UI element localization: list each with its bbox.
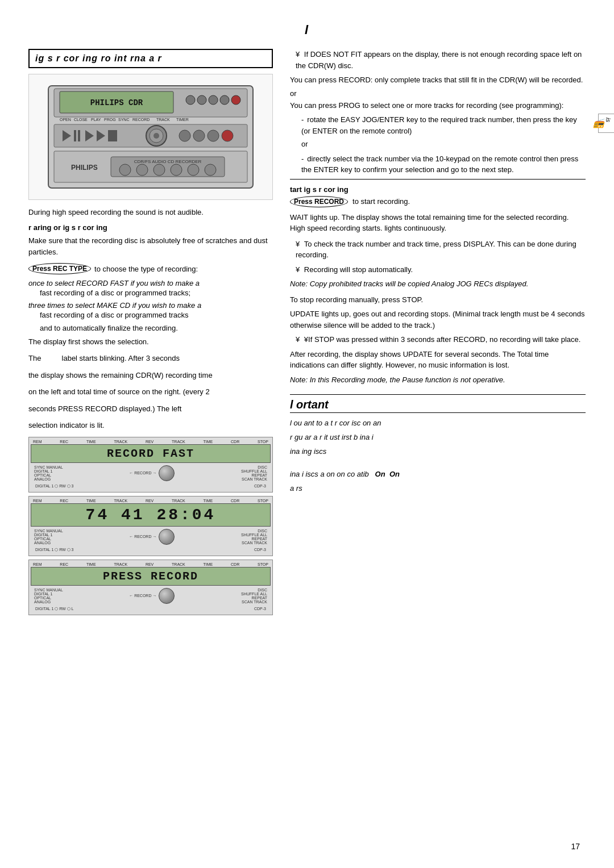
display-screen-1: RECORD FAST	[31, 444, 271, 463]
display-remaining: the display shows the remaining CDR(W) r…	[28, 370, 273, 381]
svg-point-27	[179, 130, 190, 141]
svg-point-7	[220, 95, 229, 105]
bullet-does-not-fit: If DOES NOT FIT appears on the display, …	[290, 49, 586, 71]
important-line4: ina i iscs a on on co atib On On	[290, 469, 586, 481]
section-header-title: ig s r cor ing ro int rna a r	[35, 53, 162, 63]
seconds-text: seconds PRESS RECORD displayed.) The lef…	[28, 403, 273, 415]
dash-item-2: directly select the track number via the…	[290, 153, 586, 176]
display-screen-3: PRESS RECORD	[31, 567, 271, 586]
during-text: During high speed recording the sound is…	[28, 208, 273, 216]
svg-text:PHILIPS: PHILIPS	[71, 164, 98, 172]
display-first: The display first shows the selection.	[28, 336, 273, 348]
note-copy-prohibited: Note: Copy prohibited tracks will be cop…	[290, 278, 586, 290]
svg-text:PHILIPS CDR: PHILIPS CDR	[90, 98, 143, 107]
important-line1: l ou ant to a t r cor isc on an	[290, 418, 586, 429]
svg-text:TRACK: TRACK	[156, 118, 170, 122]
svg-point-26	[154, 133, 159, 139]
rec-knob-2[interactable]	[159, 529, 175, 545]
svg-text:TIMER: TIMER	[176, 118, 189, 122]
svg-text:SYNC: SYNC	[118, 118, 129, 122]
three-text: three times to select MAKE CD if you wis…	[28, 301, 273, 310]
svg-point-39	[188, 164, 199, 176]
divider-1	[290, 179, 586, 180]
you-can-press-record: You can press RECORD: only complete trac…	[290, 74, 586, 86]
svg-point-4	[186, 95, 195, 105]
svg-point-37	[154, 164, 165, 176]
selection-text: selection indicator is lit.	[28, 420, 273, 431]
side-tab: is 📻	[598, 114, 614, 133]
after-recording: After recording, the display shows UPDAT…	[290, 349, 586, 371]
svg-point-38	[171, 164, 182, 176]
update-text: UPDATE lights up, goes out and recording…	[290, 308, 586, 331]
or-text-2: or	[290, 139, 586, 150]
display-time: REMRECTIMETRACKREVTRACKTIMECDRSTOP 74 41…	[28, 496, 273, 556]
svg-point-6	[209, 95, 218, 105]
svg-rect-23	[108, 130, 117, 141]
the-label-text: The label starts blinking. After 3 secon…	[28, 353, 273, 364]
note-pause: Note: In this Recording mode, the Pause …	[290, 374, 586, 386]
svg-point-28	[193, 130, 205, 141]
svg-text:CLOSE: CLOSE	[74, 118, 88, 122]
fast-text1: fast recording of a disc or programmed t…	[40, 287, 273, 299]
svg-rect-19	[74, 130, 76, 141]
bullet-check-track: To check the track number and track time…	[290, 239, 586, 261]
svg-point-35	[119, 164, 131, 176]
main-content: ig s r cor ing ro int rna a r PHILIPS CD…	[28, 49, 586, 619]
and-text: and to automatically finalize the record…	[40, 323, 273, 334]
record-oval-button[interactable]: Press RECORD	[290, 196, 348, 207]
svg-point-29	[208, 130, 219, 141]
page-number: 17	[571, 842, 580, 851]
dash-item-1: rotate the EASY JOG/ENTER key to the req…	[290, 114, 586, 136]
important-line5: a rs	[290, 483, 586, 495]
bullet-stop-auto: Recording will stop automatically.	[290, 264, 586, 276]
page-container: is 📻 l ig s r cor ing ro int rna a r	[0, 0, 614, 868]
you-can-prog: You can press PROG to select one or more…	[290, 100, 586, 111]
rec-knob-1[interactable]	[159, 465, 175, 481]
rectype-button[interactable]: Press REC TYPE	[28, 263, 91, 274]
svg-point-8	[231, 95, 240, 105]
important-line3: ina ing iscs	[290, 446, 586, 458]
svg-text:PLAY: PLAY	[91, 118, 101, 122]
svg-text:OPEN: OPEN	[60, 118, 71, 122]
left-column: ig s r cor ing ro int rna a r PHILIPS CD…	[28, 49, 273, 619]
important-heading: l ortant	[290, 398, 586, 413]
side-tab-icon: 📻	[594, 118, 604, 129]
display-record-fast: REMRECTIMETRACKREVTRACKTIMECDRSTOP RECOR…	[28, 437, 273, 493]
start-recording-line: Press RECORD to start recording.	[290, 196, 586, 207]
important-line2: r gu ar a r it ust irst b ina i	[290, 432, 586, 444]
fast-text2: fast recording of a disc or programmed t…	[40, 310, 273, 321]
right-column: If DOES NOT FIT appears on the display, …	[290, 49, 586, 619]
side-tab-text: is	[605, 118, 612, 122]
preparing-text: Make sure that the recording disc is abs…	[28, 235, 273, 257]
display-screen-2: 74 41 28:04	[31, 503, 271, 527]
press-rectype-line: Press REC TYPE to choose the type of rec…	[28, 263, 273, 274]
important-section: l ortant l ou ant to a t r cor isc on an…	[290, 394, 586, 495]
svg-text:PROG: PROG	[104, 118, 116, 122]
rec-knob-3[interactable]	[159, 588, 175, 604]
once-text: once to select RECORD FAST if you wish t…	[28, 279, 273, 287]
preparing-heading: r aring or ig s r cor ing	[28, 223, 273, 232]
divider-2	[290, 394, 586, 395]
svg-point-36	[136, 164, 148, 176]
display-press-record: REMRECTIMETRACKREVTRACKTIMECDRSTOP PRESS…	[28, 560, 273, 615]
wait-text: WAIT lights up. The display shows the to…	[290, 212, 586, 234]
start-heading: tart ig s r cor ing	[290, 185, 586, 194]
svg-point-30	[222, 130, 233, 141]
bullet-if-stop: ¥If STOP was pressed within 3 seconds af…	[290, 334, 586, 345]
on-left-text: on the left and total time of source on …	[28, 386, 273, 398]
svg-text:RECORD: RECORD	[132, 118, 150, 122]
stop-manually: To stop recording manually, press STOP.	[290, 294, 586, 306]
or-text-1: or	[290, 89, 586, 98]
recorder-svg: PHILIPS CDR OPEN CLOSE PLAY PROG SYNC RE…	[43, 80, 259, 194]
svg-point-5	[197, 95, 206, 105]
device-illustration: PHILIPS CDR OPEN CLOSE PLAY PROG SYNC RE…	[28, 74, 273, 200]
page-title: l	[28, 23, 586, 37]
svg-text:CDR/FS AUDIO CD RECORDER: CDR/FS AUDIO CD RECORDER	[134, 159, 202, 164]
svg-point-40	[205, 164, 216, 176]
svg-rect-20	[78, 130, 80, 141]
